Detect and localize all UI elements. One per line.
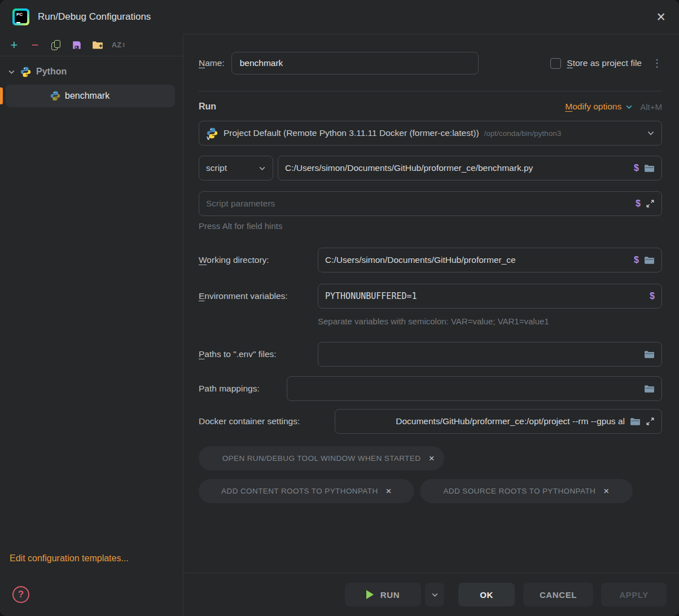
script-path-field: $	[278, 156, 662, 181]
path-mappings-row: Path mappings:	[199, 376, 662, 401]
browse-folder-icon[interactable]	[644, 164, 655, 173]
environment-variables-label: Environment variables:	[199, 291, 318, 301]
interpreter-value: Project Default (Remote Python 3.11.11 D…	[224, 128, 479, 138]
sidebar-toolbar: + − AZ ▲▼	[0, 34, 183, 56]
name-input[interactable]	[231, 52, 479, 74]
insert-macro-icon[interactable]: $	[636, 199, 641, 209]
env-files-row: Paths to ".env" files:	[199, 342, 662, 367]
python-icon	[20, 66, 32, 78]
dialog-title: Run/Debug Configurations	[38, 11, 151, 23]
browse-folder-icon[interactable]	[630, 417, 641, 426]
help-icon[interactable]: ?	[12, 586, 29, 603]
remove-option-icon[interactable]: ×	[386, 486, 392, 497]
modify-options-link[interactable]: Modify options	[565, 102, 621, 112]
pycharm-logo-icon: PC	[12, 8, 29, 25]
new-folder-icon[interactable]	[91, 39, 104, 51]
store-as-project-file-checkbox[interactable]	[550, 58, 561, 69]
configurations-tree: Python benchmark	[0, 56, 183, 107]
working-directory-input[interactable]	[325, 255, 629, 265]
tree-item-benchmark[interactable]: benchmark	[6, 85, 175, 107]
env-files-field	[318, 342, 662, 367]
store-as-project-file-label: Store as project file	[567, 58, 642, 68]
working-directory-row: Working directory: $	[199, 248, 662, 272]
browse-folder-icon[interactable]	[644, 256, 655, 265]
play-icon	[366, 590, 374, 599]
ok-button[interactable]: OK	[458, 583, 515, 606]
script-parameters-input[interactable]	[206, 199, 630, 209]
tree-group-python[interactable]: Python	[0, 62, 183, 81]
working-directory-field: $	[318, 248, 662, 272]
docker-container-settings-value: Documents/GitHub/proformer_ce:/opt/proje…	[342, 416, 625, 426]
script-parameters-row: $	[199, 191, 662, 216]
pill-label: ADD CONTENT ROOTS TO PYTHONPATH	[221, 487, 378, 495]
run-section-header: Run Modify options Alt+M	[199, 102, 662, 112]
kebab-menu-icon[interactable]: ⋮	[652, 57, 662, 69]
modify-options-shortcut: Alt+M	[640, 102, 662, 112]
dialog-footer: RUN OK CANCEL APPLY	[183, 573, 679, 616]
chevron-down-icon	[647, 129, 655, 137]
working-directory-label: Working directory:	[199, 255, 318, 265]
configuration-form: Name: Store as project file ⋮ Run Modify…	[183, 34, 679, 573]
cancel-button[interactable]: CANCEL	[523, 583, 593, 606]
pill-add-content-roots[interactable]: ADD CONTENT ROOTS TO PYTHONPATH ×	[199, 479, 414, 503]
target-type-select[interactable]: script	[199, 156, 273, 181]
remove-option-icon[interactable]: ×	[429, 453, 435, 464]
section-divider	[199, 91, 662, 91]
selection-indicator-bar	[0, 87, 3, 104]
expand-field-icon[interactable]	[646, 417, 655, 426]
docker-container-settings-field[interactable]: Documents/GitHub/proformer_ce:/opt/proje…	[335, 409, 662, 434]
edit-configuration-templates-link[interactable]: Edit configuration templates...	[10, 553, 183, 564]
environment-variables-field: $	[318, 284, 662, 309]
run-options-dropdown-button[interactable]	[425, 583, 444, 606]
store-as-project-file-group: Store as project file ⋮	[550, 57, 662, 69]
help-row: ?	[0, 573, 183, 616]
chevron-down-icon	[431, 591, 439, 599]
title-bar: PC Run/Debug Configurations ×	[0, 0, 679, 34]
pill-label: OPEN RUN/DEBUG TOOL WINDOW WHEN STARTED	[222, 454, 421, 463]
chevron-down-icon	[625, 103, 633, 111]
pill-open-run-debug-tool-window[interactable]: OPEN RUN/DEBUG TOOL WINDOW WHEN STARTED …	[199, 446, 444, 470]
run-button[interactable]: RUN	[345, 583, 421, 606]
path-mappings-field	[287, 376, 662, 401]
insert-macro-icon[interactable]: $	[650, 291, 655, 301]
script-row: script $	[199, 156, 662, 181]
browse-folder-icon[interactable]	[644, 350, 655, 359]
save-configuration-icon[interactable]	[71, 39, 83, 51]
insert-macro-icon[interactable]: $	[634, 163, 639, 173]
copy-configuration-icon[interactable]	[50, 39, 62, 51]
path-mappings-input[interactable]	[294, 384, 639, 394]
chevron-down-icon	[259, 165, 266, 172]
apply-button[interactable]: APPLY	[601, 583, 667, 606]
env-files-input[interactable]	[325, 349, 639, 359]
sort-configurations-icon[interactable]: AZ ▲▼	[112, 39, 125, 51]
add-configuration-icon[interactable]: +	[8, 39, 20, 51]
tree-group-label: Python	[36, 67, 67, 77]
expand-field-icon[interactable]	[646, 199, 655, 208]
name-label: Name:	[199, 58, 225, 68]
close-icon[interactable]: ×	[656, 10, 665, 25]
environment-variables-input[interactable]	[325, 291, 645, 301]
interpreter-path: /opt/conda/bin/python3	[484, 129, 562, 138]
pill-row: ADD CONTENT ROOTS TO PYTHONPATH × ADD SO…	[199, 479, 662, 503]
field-hints-text: Press Alt for field hints	[199, 221, 662, 231]
run-debug-configurations-dialog: PC Run/Debug Configurations × + − AZ ▲▼	[0, 0, 679, 616]
env-files-label: Paths to ".env" files:	[199, 349, 318, 359]
remove-configuration-icon[interactable]: −	[29, 39, 41, 51]
chevron-down-icon	[8, 68, 15, 76]
docker-container-settings-label: Docker container settings:	[199, 416, 335, 426]
python-icon	[50, 90, 61, 102]
remove-option-icon[interactable]: ×	[603, 486, 609, 497]
name-row: Name: Store as project file ⋮	[199, 52, 662, 74]
docker-container-settings-row: Docker container settings: Documents/Git…	[199, 409, 662, 434]
insert-macro-icon[interactable]: $	[634, 255, 639, 265]
browse-folder-icon[interactable]	[644, 384, 655, 394]
target-type-value: script	[206, 163, 227, 173]
pill-add-source-roots[interactable]: ADD SOURCE ROOTS TO PYTHONPATH ×	[420, 479, 633, 503]
interpreter-row: v Project Default (Remote Python 3.11.11…	[199, 121, 662, 146]
script-path-input[interactable]	[285, 163, 629, 173]
tree-item-label: benchmark	[65, 91, 109, 101]
environment-variables-hint: Separate variables with semicolon: VAR=v…	[318, 316, 662, 326]
pycharm-logo-text: PC	[16, 12, 23, 17]
path-mappings-label: Path mappings:	[199, 384, 287, 394]
interpreter-select[interactable]: v Project Default (Remote Python 3.11.11…	[199, 121, 662, 146]
